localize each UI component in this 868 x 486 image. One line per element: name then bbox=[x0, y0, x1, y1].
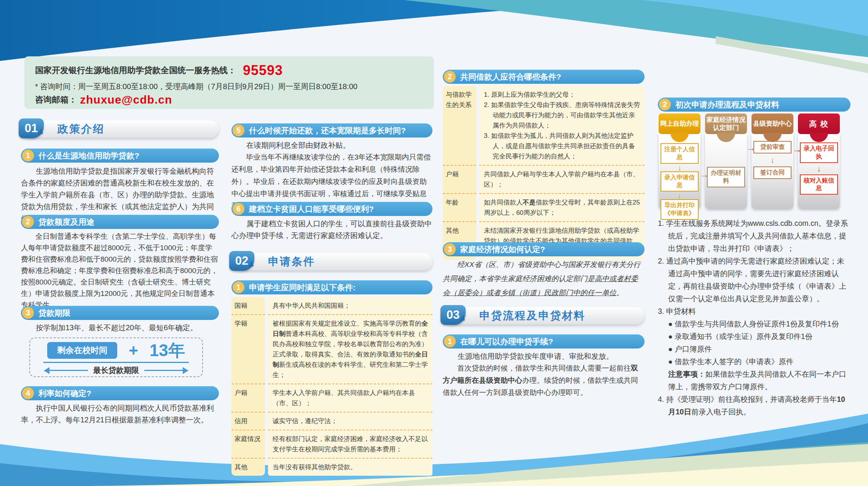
divider-line bbox=[43, 362, 189, 363]
axis-line bbox=[49, 370, 88, 371]
number-circle: 2 bbox=[444, 71, 456, 83]
row-value: 经有权部门认定，家庭经济困难，家庭经济收入不足以支付学生在校期间完成学业所需的基… bbox=[268, 430, 432, 459]
hotline-hours: * 咨询时间：周一至周五8:00至18:00，受理高峰期（7月8日到9月29日）… bbox=[35, 82, 423, 92]
row-label: 信用 bbox=[231, 412, 265, 430]
section-header-policy: 01 政策介绍 bbox=[21, 120, 219, 138]
question-header-loan-term: 3 贷款期限 bbox=[21, 306, 219, 320]
number-circle: 2 bbox=[22, 216, 34, 228]
bullet-item: ● 借款学生与共同借款人身份证原件1份及复印件1份 bbox=[658, 318, 850, 330]
axis-line bbox=[144, 370, 183, 371]
row-value: 如共同借款人不是借款学生父母时，其年龄原则上在25周岁以上，60周岁以下； bbox=[479, 194, 645, 222]
student-conditions-table: 国籍具有中华人民共和国国籍； 学籍被根据国家有关规定批准设立、实施高等学历教育的… bbox=[231, 297, 432, 476]
question-header-what-is-loan: 1 什么是生源地信用助学贷款? bbox=[21, 149, 219, 163]
row-value: 1. 原则上应为借款学生的父母； 2. 如果借款学生父母由于残疾、患病等特殊情况… bbox=[479, 86, 645, 166]
loan-term-diagram: 剩余在校时间 + 13年 最长贷款期限 bbox=[29, 337, 203, 377]
list-item: 2. 如果借款学生父母由于残疾、患病等特殊情况丧失劳动能力或民事行为能力的，可由… bbox=[484, 100, 640, 131]
row-label: 户籍 bbox=[443, 166, 476, 194]
row-label: 学籍 bbox=[231, 315, 265, 384]
question-header-student-conditions: 1 申请学生应同时满足以下条件: bbox=[231, 280, 432, 294]
contact-info-box: 国家开发银行生源地信用助学贷款全国统一服务热线： 95593 * 咨询时间：周一… bbox=[24, 56, 434, 109]
section-header-conditions: 02 申请条件 bbox=[231, 253, 432, 270]
flow-track-header: 县级资助中心 bbox=[752, 114, 793, 134]
coborrower-conditions-table: 与借款学生的关系 1. 原则上应为借款学生的父母； 2. 如果借款学生父母由于残… bbox=[443, 86, 645, 260]
list-item-4: 4. 持《受理证明》前往高校报到，并请高校老师于当年10月10日前录入电子回执。 bbox=[658, 393, 850, 418]
flow-step: 贷前审查 bbox=[753, 141, 791, 153]
arrow-down-icon: ↓ bbox=[817, 163, 821, 174]
paragraph-loan-term: 按学制加13年、最长不超过20年、最短6年确定。 bbox=[21, 322, 219, 334]
table-row: 与借款学生的关系 1. 原则上应为借款学生的父母； 2. 如果借款学生父母由于残… bbox=[443, 86, 645, 166]
list-item-1: 1. 学生在线服务系统网址为www.csls.cdb.com.cn。登录系统后，… bbox=[658, 217, 850, 255]
question-title: 贷款期限 bbox=[38, 309, 70, 317]
table-row: 年龄如共同借款人不是借款学生父母时，其年龄原则上在25周岁以上，60周岁以下； bbox=[443, 194, 645, 222]
row-label: 年龄 bbox=[443, 194, 476, 222]
arrow-right-icon: → bbox=[793, 145, 802, 153]
flow-step: 核对入账信息 bbox=[800, 174, 838, 195]
bullet-item: ● 录取通知书（或学生证）原件及复印件1份 bbox=[658, 330, 850, 343]
row-label: 其他 bbox=[231, 459, 265, 476]
row-value: 学生本人入学前户籍、其共同借款人户籍均在本县（市、区）； bbox=[268, 384, 432, 412]
question-title: 共同借款人应符合哪些条件? bbox=[460, 72, 561, 81]
max-term-label: 最长贷款期限 bbox=[93, 365, 139, 376]
question-title: 什么是生源地信用助学贷款? bbox=[38, 151, 139, 160]
paragraph-first-loan: 首次贷款的时候，借款学生和共同借款人需要一起前往双方户籍所在县级资助中心办理。续… bbox=[443, 362, 645, 399]
row-value: 共同借款人户籍与学生本人入学前户籍均在本县（市、区）； bbox=[479, 166, 645, 194]
question-title: 贷款额度及用途 bbox=[38, 217, 94, 226]
max-term-axis: 最长贷款期限 bbox=[40, 365, 192, 376]
arrow-right-icon bbox=[183, 367, 192, 374]
section-header-process: 03 申贷流程及申贷材料 bbox=[443, 307, 645, 325]
question-title: 建档立卡贫困人口能享受哪些便利? bbox=[249, 205, 374, 213]
table-row: 国籍具有中华人民共和国国籍； bbox=[231, 297, 432, 315]
flow-step: 录入申请信息 bbox=[661, 171, 699, 192]
email-label: 咨询邮箱： bbox=[35, 94, 77, 106]
question-header-repayment-start: 5 什么时候开始还款，还本宽限期是多长时间? bbox=[231, 123, 432, 137]
bullet-item: ● 户口簿原件 bbox=[658, 343, 850, 355]
row-value: 被根据国家有关规定批准设立、实施高等学历教育的全日制普通本科高校、高等职业学校和… bbox=[268, 315, 432, 384]
arrow-down-icon: ↓ bbox=[678, 164, 681, 171]
section-title-policy: 政策介绍 bbox=[57, 120, 105, 138]
list-item-2: 2. 通过高中预申请的同学无需进行家庭经济困难认定；未通过高中预申请的同学，需要… bbox=[658, 255, 850, 305]
question-header-loan-amount: 2 贷款额度及用途 bbox=[21, 215, 219, 229]
row-label: 与借款学生的关系 bbox=[443, 86, 476, 166]
section-title-process: 申贷流程及申贷材料 bbox=[479, 307, 586, 325]
remaining-school-time-chip: 剩余在校时间 bbox=[47, 342, 117, 359]
question-header-interest-rate: 4 利率如何确定? bbox=[21, 386, 219, 400]
flow-track-university: 高 校 录入电子回执 ↓ 核对入账信息 bbox=[798, 114, 840, 209]
row-label: 户籍 bbox=[231, 384, 265, 412]
paragraph-poverty-card: 属于建档立卡贫困人口的学生，可以直接前往县级资助中心办理申贷手续，无需进行家庭经… bbox=[231, 218, 432, 241]
question-header-poverty-card: 6 建档立卡贫困人口能享受哪些便利? bbox=[231, 202, 432, 216]
application-materials-list: 1. 学生在线服务系统网址为www.csls.cdb.com.cn。登录系统后，… bbox=[658, 217, 850, 418]
brochure-page: 国家开发银行生源地信用助学贷款全国统一服务热线： 95593 * 咨询时间：周一… bbox=[0, 0, 868, 486]
table-row: 户籍共同借款人户籍与学生本人入学前户籍均在本县（市、区）； bbox=[443, 166, 645, 194]
row-label: 家庭情况 bbox=[231, 430, 265, 459]
number-circle: 5 bbox=[233, 125, 244, 136]
arrow-right-icon: → bbox=[746, 144, 755, 152]
thirteen-years-value: 13年 bbox=[150, 342, 185, 359]
row-value: 诚实守信，遵纪守法； bbox=[268, 412, 432, 430]
bullet-item: ● 借款学生本人签字的《申请表》原件 bbox=[658, 355, 850, 368]
row-value: 具有中华人民共和国国籍； bbox=[268, 297, 432, 315]
row-label: 国籍 bbox=[231, 297, 265, 315]
question-title: 申请学生应同时满足以下条件: bbox=[249, 283, 356, 292]
paragraph-loan-amount: 全日制普通本专科学生（含第二学士学位、高职学生）每人每年申请贷款额度不超过800… bbox=[21, 231, 219, 311]
section-title-conditions: 申请条件 bbox=[268, 253, 315, 270]
row-value: 当年没有获得其他助学贷款。 bbox=[268, 459, 432, 476]
table-row: 其他当年没有获得其他助学贷款。 bbox=[231, 459, 432, 476]
number-circle: 4 bbox=[22, 387, 34, 399]
arrow-down-icon: ↓ bbox=[771, 153, 774, 166]
hotline-number: 95593 bbox=[243, 62, 283, 78]
flow-track-header: 网上自助办理 bbox=[659, 114, 700, 134]
number-circle: 2 bbox=[659, 99, 671, 110]
section-badge-01: 01 bbox=[19, 118, 44, 138]
number-circle: 1 bbox=[22, 150, 34, 161]
paragraph-interest-subsidy: 在读期间利息全部由财政补贴。 bbox=[231, 139, 432, 151]
question-header-coborrower-conditions: 2 共同借款人应符合哪些条件? bbox=[443, 70, 645, 84]
flow-step: 注册个人信息 bbox=[661, 143, 699, 164]
flow-track-family-dept: 家庭经济情况认定部门 办理证明材料 bbox=[705, 114, 747, 209]
question-title: 初次申请办理流程及申贷材料 bbox=[675, 100, 779, 109]
number-circle: 1 bbox=[233, 281, 244, 293]
paragraph-family-assessment: 经XX省（区、市）省级资助中心与国家开发银行有关分行共同确定，本省学生家庭经济困… bbox=[443, 257, 645, 300]
section-badge-02: 02 bbox=[229, 251, 254, 271]
flow-step: 办理证明材料 bbox=[707, 167, 745, 187]
flow-track-online: 网上自助办理 注册个人信息 ↓ 录入申请信息 ↓ 导出并打印《申请表》 bbox=[659, 114, 700, 209]
flow-step: 录入电子回执 bbox=[800, 142, 838, 163]
